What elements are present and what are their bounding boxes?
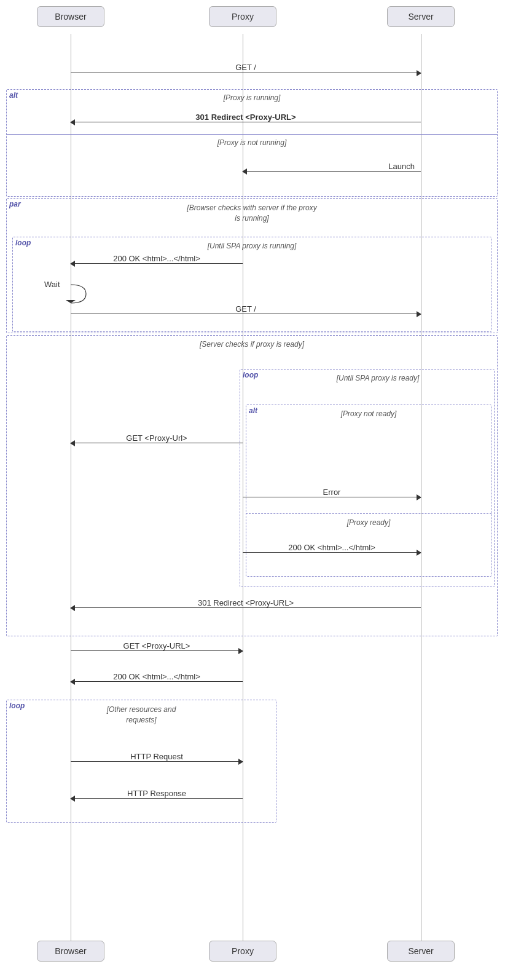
loop2-guard: [Until SPA proxy is ready] (264, 374, 491, 382)
label-get-proxy-url: GET <Proxy-Url> (71, 433, 243, 443)
alt-divider (6, 134, 498, 135)
loop1-fragment: loop (12, 237, 491, 332)
label-301-1: 301 Redirect <Proxy-URL> (71, 113, 421, 122)
arrow-200-server (243, 552, 421, 553)
alt2-guard2: [Proxy ready] (246, 518, 491, 527)
label-http-req: HTTP Request (71, 752, 243, 761)
arrow-error (243, 497, 421, 497)
arrow-get-slash (71, 73, 421, 73)
arrow-get-slash-2 (71, 314, 421, 314)
arrow-200-2 (71, 681, 243, 682)
arrow-get-proxy-url-2 (71, 650, 243, 651)
arrow-http-req (71, 761, 243, 762)
arrow-301-1 (71, 122, 421, 122)
label-get-proxy-url-2: GET <Proxy-URL> (71, 641, 243, 650)
alt2-divider (246, 513, 491, 514)
label-launch: Launch (243, 162, 421, 171)
proxy-bottom: Proxy (209, 941, 276, 962)
arrow-301-2 (71, 607, 421, 608)
alt2-guard1: [Proxy not ready] (246, 409, 491, 418)
server-top: Server (387, 6, 455, 27)
alt-guard1: [Proxy is running] (6, 93, 498, 102)
arrow-launch (243, 171, 421, 172)
alt-guard2: [Proxy is not running] (6, 138, 498, 147)
arrow-http-resp (71, 798, 243, 799)
self-loop-arrow (52, 282, 83, 303)
label-http-resp: HTTP Response (71, 789, 243, 798)
label-200-2: 200 OK <html>...</html> (71, 672, 243, 681)
par-guard: [Browser checks with server if the proxy… (6, 203, 498, 224)
label-200-server: 200 OK <html>...</html> (243, 543, 421, 552)
loop1-guard: [Until SPA proxy is running] (12, 242, 491, 250)
arrow-200-1 (71, 263, 243, 264)
browser-bottom: Browser (37, 941, 104, 962)
label-200-1: 200 OK <html>...</html> (71, 254, 243, 263)
server-bottom: Server (387, 941, 455, 962)
arrow-get-proxy-url (71, 443, 243, 443)
proxy-top: Proxy (209, 6, 276, 27)
label-error: Error (243, 488, 421, 497)
server-checks-guard: [Server checks if proxy is ready] (6, 340, 498, 349)
loop3-guard: [Other resources andrequests] (6, 705, 276, 725)
label-get-slash: GET / (71, 63, 421, 72)
label-301-2: 301 Redirect <Proxy-URL> (71, 598, 421, 607)
loop2-label: loop (243, 371, 258, 379)
sequence-diagram: Browser Proxy Server alt [Proxy is runni… (0, 0, 505, 980)
browser-top: Browser (37, 6, 104, 27)
label-get-slash-2: GET / (71, 304, 421, 314)
